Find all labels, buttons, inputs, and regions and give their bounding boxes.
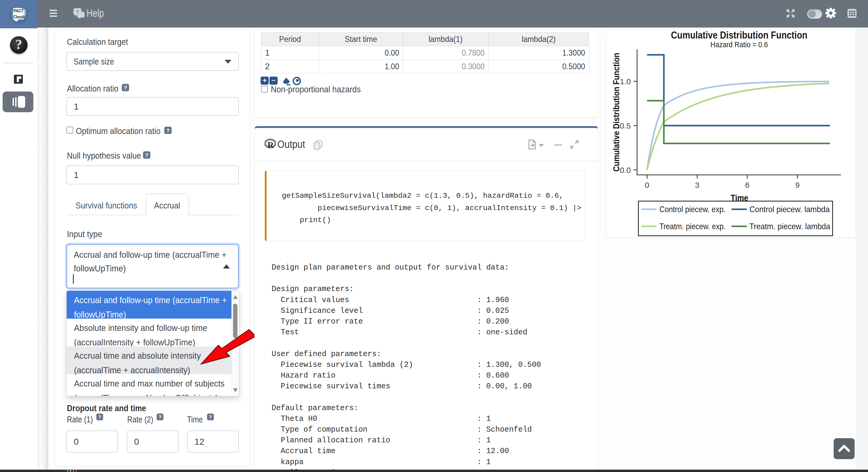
svg-text:0.5: 0.5	[620, 122, 631, 130]
svg-text:Cumulative Distribution Functi: Cumulative Distribution Function	[671, 30, 807, 41]
svg-text:0.0: 0.0	[620, 166, 631, 174]
svg-text:6: 6	[745, 181, 750, 189]
svg-text:Cumulative Distribution Functi: Cumulative Distribution Function	[611, 53, 621, 172]
svg-text:0: 0	[645, 181, 649, 189]
svg-text:9: 9	[795, 181, 800, 189]
svg-text:R: R	[268, 140, 274, 149]
svg-text:Control piecew. exp.: Control piecew. exp.	[659, 205, 725, 214]
svg-text:1.0: 1.0	[620, 77, 631, 86]
svg-text:Control piecew. lambda: Control piecew. lambda	[749, 205, 830, 214]
svg-text:3: 3	[695, 181, 700, 189]
svg-text:Hazard Ratio = 0.6: Hazard Ratio = 0.6	[711, 40, 768, 49]
svg-text:Treatm. piecew. lambda: Treatm. piecew. lambda	[749, 222, 830, 231]
svg-text:Treatm. piecew. exp.: Treatm. piecew. exp.	[659, 222, 725, 231]
svg-text:?: ?	[76, 9, 79, 14]
